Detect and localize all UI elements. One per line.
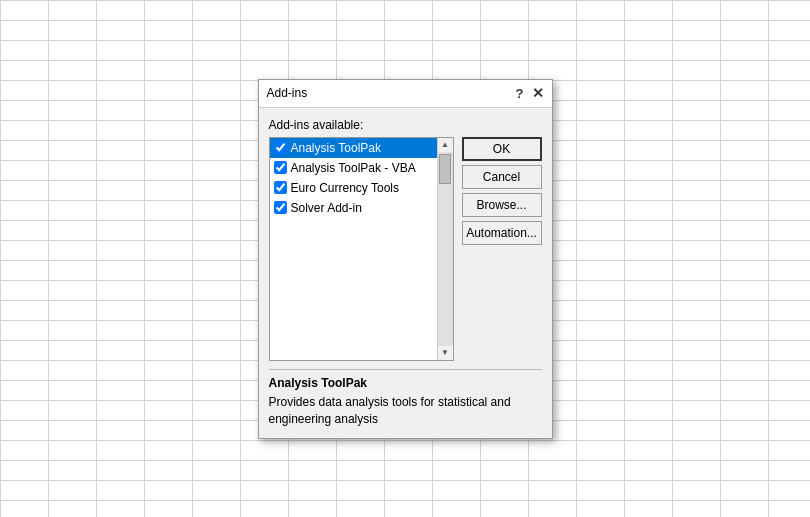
description-title: Analysis ToolPak — [269, 376, 542, 390]
dialog-title: Add-ins — [267, 86, 308, 100]
list-item-checkbox[interactable] — [274, 181, 287, 194]
dialog-titlebar: Add-ins ? ✕ — [259, 80, 552, 108]
list-item-label: Analysis ToolPak — [291, 141, 382, 155]
description-area: Analysis ToolPak Provides data analysis … — [269, 369, 542, 428]
list-item-checkbox[interactable] — [274, 161, 287, 174]
list-item-checkbox[interactable] — [274, 141, 287, 154]
addins-content: Analysis ToolPakAnalysis ToolPak - VBAEu… — [269, 137, 542, 361]
help-button[interactable]: ? — [516, 86, 524, 101]
list-item[interactable]: Solver Add-in — [270, 198, 453, 218]
list-item[interactable]: Analysis ToolPak - VBA — [270, 158, 453, 178]
automation-button[interactable]: Automation... — [462, 221, 542, 245]
ok-button[interactable]: OK — [462, 137, 542, 161]
dialog-body: Add-ins available: Analysis ToolPakAnaly… — [259, 108, 552, 438]
list-item-label: Euro Currency Tools — [291, 181, 400, 195]
list-item-label: Solver Add-in — [291, 201, 362, 215]
scroll-thumb[interactable] — [439, 154, 451, 184]
scroll-up-arrow[interactable]: ▲ — [438, 138, 452, 152]
scroll-down-arrow[interactable]: ▼ — [438, 346, 452, 360]
cancel-button[interactable]: Cancel — [462, 165, 542, 189]
close-button[interactable]: ✕ — [532, 86, 544, 100]
add-ins-dialog: Add-ins ? ✕ Add-ins available: Analysis … — [258, 79, 553, 439]
buttons-panel: OKCancelBrowse...Automation... — [462, 137, 542, 361]
addins-list[interactable]: Analysis ToolPakAnalysis ToolPak - VBAEu… — [269, 137, 454, 361]
addins-label: Add-ins available: — [269, 118, 542, 132]
addins-list-container: Analysis ToolPakAnalysis ToolPak - VBAEu… — [269, 137, 454, 361]
list-item[interactable]: Analysis ToolPak — [270, 138, 453, 158]
list-scrollbar[interactable]: ▲▼ — [437, 138, 453, 360]
dialog-controls: ? ✕ — [516, 86, 544, 101]
list-item-label: Analysis ToolPak - VBA — [291, 161, 416, 175]
scroll-track — [438, 152, 453, 346]
list-item[interactable]: Euro Currency Tools — [270, 178, 453, 198]
browse-button[interactable]: Browse... — [462, 193, 542, 217]
modal-overlay: Add-ins ? ✕ Add-ins available: Analysis … — [0, 0, 810, 517]
list-item-checkbox[interactable] — [274, 201, 287, 214]
description-text: Provides data analysis tools for statist… — [269, 394, 542, 428]
